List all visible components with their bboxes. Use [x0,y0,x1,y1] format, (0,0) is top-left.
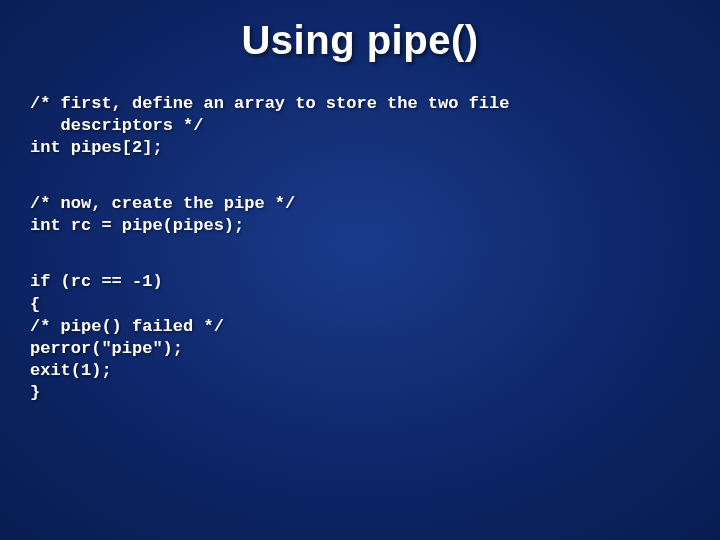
code-block-3: if (rc == -1) { /* pipe() failed */ perr… [30,271,690,404]
slide: Using pipe() /* first, define an array t… [0,0,720,540]
slide-title: Using pipe() [30,18,690,63]
code-block-2: /* now, create the pipe */ int rc = pipe… [30,193,690,237]
code-block-1: /* first, define an array to store the t… [30,93,690,159]
